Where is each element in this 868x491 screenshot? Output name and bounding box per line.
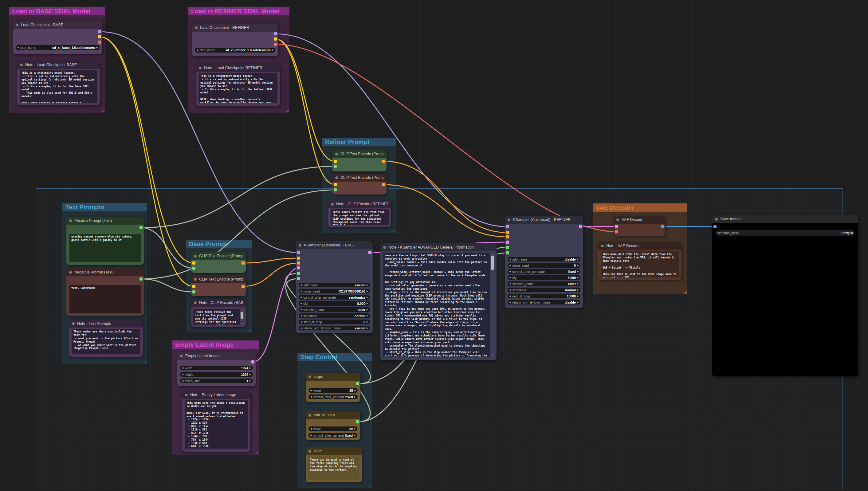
collapse-dot[interactable] — [309, 450, 311, 453]
group-refiner-prompt-header[interactable]: Refiner Prompt — [322, 138, 396, 146]
arrow-left-icon[interactable]: ◀ — [509, 289, 511, 291]
input-slot-end-at-step[interactable] — [297, 277, 300, 280]
node-title-bar[interactable]: Note - Empty Latent Image — [182, 391, 251, 399]
widget-batch-size[interactable]: ◀ batch_size 1 ▶ — [180, 379, 253, 383]
arrow-left-icon[interactable]: ◀ — [509, 283, 511, 285]
node-title-bar[interactable]: Note — [306, 447, 362, 455]
input-slot-positive[interactable] — [506, 231, 509, 234]
node-load-checkpoint-refiner[interactable]: Load Checkpoint - REFINER ◀ ckpt_name sd… — [192, 24, 278, 56]
node-vae-decode[interactable]: VAE Decode — [614, 216, 665, 236]
widget-start-at-step[interactable]: ◀start_at_step0▶ — [299, 320, 370, 324]
node-title-bar[interactable]: CLIP Text Encode (Prompt) — [191, 275, 246, 283]
arrow-right-icon[interactable]: ▶ — [367, 296, 368, 299]
input-slot-clip[interactable] — [334, 183, 337, 186]
node-note-empty-latent[interactable]: Note - Empty Latent Image This node sets… — [182, 391, 251, 452]
arrow-right-icon[interactable]: ▶ — [577, 270, 579, 273]
collapse-dot[interactable] — [199, 67, 202, 69]
collapse-dot[interactable] — [72, 322, 75, 325]
widget-ckpt-name[interactable]: ◀ ckpt_name sd_xl_base_1.0.safetensors ▶ — [16, 45, 99, 50]
arrow-left-icon[interactable]: ◀ — [310, 434, 312, 437]
input-slot-samples[interactable] — [615, 225, 618, 228]
output-slot-conditioning[interactable] — [382, 160, 385, 163]
output-slot-model[interactable] — [274, 32, 277, 35]
arrow-left-icon[interactable]: ◀ — [509, 270, 511, 273]
widget-add-noise[interactable]: ◀add_noiseenable▶ — [299, 283, 370, 287]
output-slot-text[interactable] — [140, 278, 143, 281]
output-slot-vae[interactable] — [98, 40, 101, 44]
arrow-left-icon[interactable]: ◀ — [300, 315, 302, 317]
collapse-dot[interactable] — [335, 176, 338, 179]
collapse-dot[interactable] — [309, 375, 311, 378]
collapse-dot[interactable] — [194, 301, 197, 304]
widget-return-with-leftover-noise[interactable]: ◀return_with_leftover_noiseenable▶ — [299, 326, 370, 330]
node-clip-encode-refiner-positive[interactable]: CLIP Text Encode (Prompt) — [332, 150, 386, 171]
widget-control-after-generate[interactable]: ◀control_after_generaterandomize▶ — [299, 295, 370, 299]
input-slot-model[interactable] — [297, 251, 300, 254]
arrow-right-icon[interactable]: ▶ — [577, 283, 579, 285]
collapse-dot[interactable] — [16, 24, 19, 26]
group-empty-latent-header[interactable]: Empty Latent Image — [172, 341, 259, 349]
collapse-dot[interactable] — [309, 414, 311, 417]
collapse-dot[interactable] — [185, 394, 188, 396]
node-title-bar[interactable]: Note - CLIP Encode (BASE) — [191, 299, 246, 307]
output-slot-text[interactable] — [140, 226, 143, 229]
input-slot-negative[interactable] — [297, 261, 300, 264]
arrow-right-icon[interactable]: ▶ — [577, 258, 579, 261]
collapse-dot[interactable] — [194, 255, 197, 258]
output-slot-model[interactable] — [98, 30, 101, 33]
arrow-left-icon[interactable]: ◀ — [181, 380, 183, 382]
arrow-right-icon[interactable]: ▶ — [367, 321, 368, 323]
node-note-load-checkpoint-refiner[interactable]: Note - Load Checkpoint REFINER This is a… — [196, 64, 280, 106]
node-steps-primitive[interactable]: steps ◀value25▶ ◀control_after_generatef… — [306, 373, 360, 402]
widget-width[interactable]: ◀ width 1024 ▶ — [180, 366, 253, 370]
node-note-clip-encode-base[interactable]: Note - CLIP Encode (BASE) These nodes re… — [191, 299, 246, 327]
widget-sampler-name[interactable]: ◀sampler_nameeuler▶ — [508, 282, 580, 286]
node-note-step-control[interactable]: Note These can be used to control the to… — [306, 447, 362, 482]
graph-canvas[interactable]: Load in BASE SDXL Model Load in REFINER … — [0, 0, 868, 491]
collapse-dot[interactable] — [194, 278, 197, 281]
arrow-right-icon[interactable]: ▶ — [577, 264, 579, 267]
input-slot-images[interactable] — [714, 225, 717, 228]
node-note-vae-decoder[interactable]: Note - VAE Decoder This node will take t… — [598, 242, 682, 280]
widget-cfg[interactable]: ◀cfg8.000▶ — [299, 301, 370, 306]
arrow-right-icon[interactable]: ▶ — [577, 301, 579, 304]
node-negative-prompt[interactable]: Negative Prompt (Text) text, watermark — [66, 268, 144, 316]
scrollbar[interactable]: ▲ ▼ — [491, 253, 494, 357]
node-title-bar[interactable]: Note - VAE Decoder — [598, 242, 682, 250]
node-positive-prompt[interactable]: Positive Prompt (Text) evening sunset sc… — [66, 216, 144, 265]
node-title-bar[interactable]: CLIP Text Encode (Prompt) — [191, 252, 246, 260]
node-title-bar[interactable]: CLIP Text Encode (Prompt) — [332, 174, 386, 181]
output-slot-clip[interactable] — [274, 37, 277, 40]
input-slot-start-at-step[interactable] — [506, 251, 509, 254]
collapse-dot[interactable] — [20, 64, 23, 66]
arrow-right-icon[interactable]: ▶ — [367, 284, 368, 286]
node-title-bar[interactable]: Note - Load Checkpoint REFINER — [196, 64, 280, 72]
input-slot-steps[interactable] — [297, 272, 300, 275]
arrow-right-icon[interactable]: ▶ — [367, 315, 368, 317]
arrow-left-icon[interactable]: ◀ — [310, 389, 312, 392]
input-slot-vae[interactable] — [615, 230, 618, 233]
widget-control-after-generate[interactable]: ◀control_after_generatefixed▶ — [508, 269, 580, 274]
note-textarea[interactable]: These nodes receive the text from the pr… — [330, 209, 389, 225]
note-textarea[interactable]: These nodes are where you include the te… — [71, 329, 140, 354]
output-slot-conditioning[interactable] — [382, 183, 385, 186]
arrow-right-icon[interactable]: ▶ — [354, 396, 356, 398]
node-title-bar[interactable]: Note - KSampler ADVANCED General Informa… — [380, 243, 496, 251]
collapse-dot[interactable] — [616, 219, 619, 221]
input-slot-steps[interactable] — [506, 246, 509, 249]
node-note-load-checkpoint-base[interactable]: Note - Load Checkpoint BASE This is a ch… — [17, 61, 100, 106]
node-clip-encode-base-negative[interactable]: CLIP Text Encode (Prompt) — [191, 275, 246, 296]
output-slot-conditioning[interactable] — [241, 285, 244, 288]
arrow-left-icon[interactable]: ◀ — [181, 373, 183, 376]
scroll-up-icon[interactable]: ▲ — [240, 309, 244, 312]
node-title-bar[interactable]: Load Checkpoint - BASE — [13, 21, 102, 29]
node-ksampler-refiner[interactable]: KSampler (Advanced) - REFINER ◀add_noise… — [505, 216, 583, 308]
input-slot-latent-image[interactable] — [506, 240, 509, 244]
group-step-control-header[interactable]: Step Control — [297, 353, 372, 361]
widget-noise-seed[interactable]: ◀noise_seed721897303308196▶ — [299, 289, 370, 293]
widget-sampler-name[interactable]: ◀sampler_nameeuler▶ — [299, 307, 370, 312]
node-load-checkpoint-base[interactable]: Load Checkpoint - BASE ◀ ckpt_name sd_xl… — [13, 21, 102, 54]
arrow-right-icon[interactable]: ▶ — [367, 302, 368, 305]
arrow-left-icon[interactable]: ◀ — [310, 428, 312, 430]
collapse-dot[interactable] — [299, 244, 301, 247]
